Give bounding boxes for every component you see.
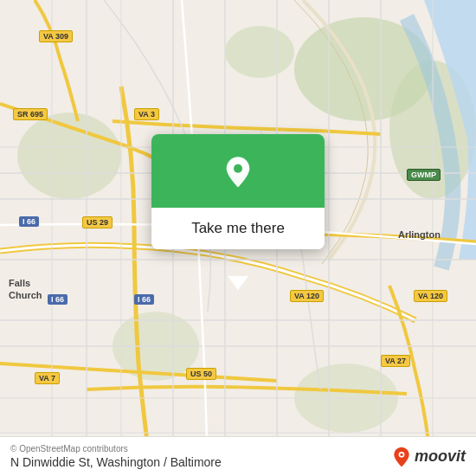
- svg-point-25: [234, 164, 242, 172]
- highway-label-us29: US 29: [82, 216, 113, 228]
- place-label-falls-church: FallsChurch: [9, 277, 42, 302]
- popup-green-top: [151, 134, 325, 208]
- copyright-text: © OpenStreetMap contributors: [10, 444, 222, 453]
- location-text: N Dinwiddie St, Washington / Baltimore: [10, 455, 222, 469]
- highway-label-i66-2: I 66: [134, 294, 154, 305]
- highway-label-us50: US 50: [186, 368, 216, 380]
- moovit-logo: moovit: [391, 447, 466, 467]
- place-label-arlington: Arlington: [398, 229, 441, 240]
- svg-point-27: [400, 453, 402, 455]
- highway-label-va120-3: VA 120: [414, 290, 447, 302]
- highway-label-gwmp: GWMP: [407, 169, 441, 181]
- bottom-left: © OpenStreetMap contributors N Dinwiddie…: [10, 444, 222, 469]
- svg-point-4: [225, 26, 294, 78]
- popup-triangle: [228, 276, 248, 290]
- map-container: VA 309 SR 695 VA 3 I 66 US 29 VA 120 GWM…: [0, 0, 476, 476]
- bottom-bar: © OpenStreetMap contributors N Dinwiddie…: [0, 436, 476, 476]
- moovit-brand-text: moovit: [415, 447, 466, 466]
- highway-label-sr695: SR 695: [13, 108, 48, 120]
- take-me-there-button[interactable]: Take me there: [151, 208, 325, 249]
- highway-label-va3: VA 3: [134, 108, 159, 120]
- popup-card: Take me there: [151, 134, 325, 249]
- highway-label-va120-2: VA 120: [290, 290, 324, 302]
- highway-label-va7: VA 7: [35, 372, 60, 384]
- moovit-logo-icon: [391, 447, 412, 467]
- highway-label-i66-3: I 66: [48, 294, 68, 305]
- highway-label-i66-1: I 66: [19, 216, 39, 227]
- highway-label-va27: VA 27: [381, 355, 410, 367]
- highway-label-va309: VA 309: [39, 30, 73, 42]
- location-pin-icon: [221, 154, 255, 189]
